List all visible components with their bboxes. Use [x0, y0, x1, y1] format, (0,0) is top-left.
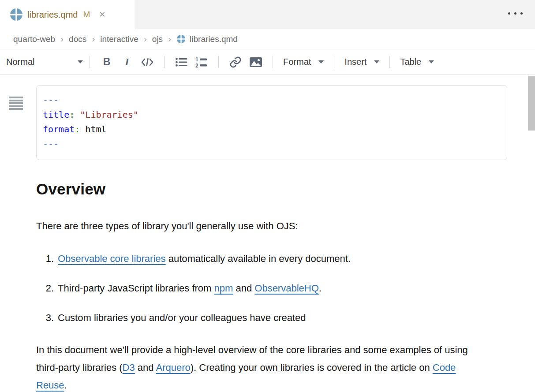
closing-paragraph: In this document we'll provide a high-le… — [36, 341, 484, 392]
code-icon — [141, 57, 154, 67]
dot — [520, 12, 523, 15]
style-select-value: Normal — [6, 57, 34, 67]
image-icon — [249, 56, 262, 68]
text-run: Custom libraries you and/or your colleag… — [58, 312, 306, 323]
dot — [508, 12, 510, 15]
table-menu-button[interactable]: Table — [397, 57, 438, 67]
format-menu-button[interactable]: Format — [280, 57, 327, 67]
bar — [9, 102, 23, 104]
formatting-toolbar: Normal B I 1 2 — [0, 49, 535, 75]
chevron-right-icon: › — [144, 34, 147, 44]
bullet-list-button[interactable] — [171, 53, 191, 71]
list-marker: 2. — [36, 282, 54, 295]
text-run: and — [135, 362, 156, 373]
toolbar-divider — [389, 56, 390, 68]
svg-text:2: 2 — [195, 63, 198, 68]
doc-link[interactable]: Arquero — [156, 362, 190, 373]
text-run: . — [319, 283, 322, 294]
caret-down-icon — [374, 60, 379, 63]
link-icon — [229, 56, 242, 68]
list-marker: 1. — [36, 253, 54, 265]
text-run: automatically available in every documen… — [166, 253, 351, 264]
toolbar-divider — [90, 56, 90, 68]
format-menu-label: Format — [283, 57, 311, 67]
scrollbar-thumb[interactable] — [528, 76, 535, 131]
link-button[interactable] — [225, 53, 246, 71]
toolbar-divider — [218, 56, 219, 68]
breadcrumb-item-ojs[interactable]: ojs — [152, 34, 163, 44]
yaml-delimiter-line: --- — [43, 93, 501, 108]
section-heading-overview: Overview — [36, 180, 535, 198]
doc-link[interactable]: Observable core libraries — [58, 253, 166, 264]
yaml-format-line: format: html — [43, 122, 501, 137]
quarto-icon — [10, 8, 23, 21]
yaml-block-drag-handle-icon[interactable] — [9, 97, 23, 111]
breadcrumb: quarto-web › docs › interactive › ojs › … — [0, 29, 535, 49]
tab-filename: libraries.qmd — [27, 10, 78, 20]
caret-down-icon — [318, 60, 324, 63]
dot — [514, 12, 516, 15]
doc-link[interactable]: ObservableHQ — [254, 283, 319, 294]
numbered-list: 1. Observable core libraries automatical… — [36, 253, 535, 324]
paragraph-style-select[interactable]: Normal — [6, 57, 83, 67]
caret-down-icon — [78, 60, 83, 63]
breadcrumb-item-docs[interactable]: docs — [69, 34, 86, 44]
toolbar-divider — [164, 56, 165, 68]
insert-menu-button[interactable]: Insert — [341, 57, 383, 67]
list-item: 2. Third-party JavaScript libraries from… — [36, 282, 535, 295]
bold-icon: B — [103, 56, 111, 68]
yaml-title-line: title: "Libraries" — [43, 108, 501, 122]
list-item-text: Custom libraries you and/or your colleag… — [58, 312, 306, 324]
intro-paragraph: There are three types of library you'll … — [36, 217, 484, 235]
breadcrumb-item-quarto-web[interactable]: quarto-web — [13, 34, 55, 44]
breadcrumb-item-interactive[interactable]: interactive — [100, 34, 138, 44]
numbered-list-icon: 1 2 — [195, 56, 208, 68]
doc-link[interactable]: npm — [214, 283, 233, 294]
toolbar-divider — [334, 56, 334, 68]
yaml-metadata-block[interactable]: --- title: "Libraries" format: html --- — [36, 85, 507, 160]
text-run: ). Creating your own libraries is covere… — [191, 362, 433, 373]
caret-down-icon — [429, 60, 434, 63]
text-run: and — [233, 283, 254, 294]
tab-bar: libraries.qmd M ✕ — [0, 0, 535, 29]
chevron-right-icon: › — [92, 34, 95, 44]
list-item: 3. Custom libraries you and/or your coll… — [36, 312, 535, 324]
insert-menu-label: Insert — [344, 57, 367, 67]
bar — [9, 97, 23, 98]
close-tab-icon[interactable]: ✕ — [99, 11, 105, 19]
list-item-text: Third-party JavaScript libraries from np… — [58, 282, 322, 295]
list-marker: 3. — [36, 312, 54, 324]
more-actions-icon[interactable] — [508, 12, 523, 15]
breadcrumb-item-file[interactable]: libraries.qmd — [176, 34, 238, 44]
quarto-icon — [176, 34, 186, 44]
git-modified-badge: M — [83, 10, 90, 19]
image-button[interactable] — [246, 53, 266, 71]
bar — [9, 100, 23, 101]
italic-button[interactable]: I — [117, 53, 137, 71]
text-run: . — [64, 380, 67, 391]
toolbar-divider — [273, 56, 273, 68]
bar — [9, 108, 23, 110]
text-run: Third-party JavaScript libraries from — [58, 283, 214, 294]
numbered-list-button[interactable]: 1 2 — [191, 53, 212, 71]
editor-tab-libraries[interactable]: libraries.qmd M ✕ — [0, 0, 135, 29]
svg-text:1: 1 — [195, 56, 198, 63]
list-item: 1. Observable core libraries automatical… — [36, 253, 535, 265]
yaml-delimiter-line: --- — [43, 137, 501, 151]
breadcrumb-filename: libraries.qmd — [190, 34, 238, 44]
bold-button[interactable]: B — [97, 53, 117, 71]
bar — [9, 105, 23, 107]
italic-icon: I — [125, 56, 129, 68]
chevron-right-icon: › — [168, 34, 171, 44]
editor-canvas[interactable]: --- title: "Libraries" format: html --- … — [0, 85, 535, 392]
code-button[interactable] — [137, 53, 157, 71]
chevron-right-icon: › — [60, 34, 64, 44]
bullet-list-icon — [175, 57, 187, 67]
table-menu-label: Table — [400, 57, 421, 67]
list-item-text: Observable core libraries automatically … — [58, 253, 351, 265]
doc-link[interactable]: D3 — [123, 362, 135, 373]
